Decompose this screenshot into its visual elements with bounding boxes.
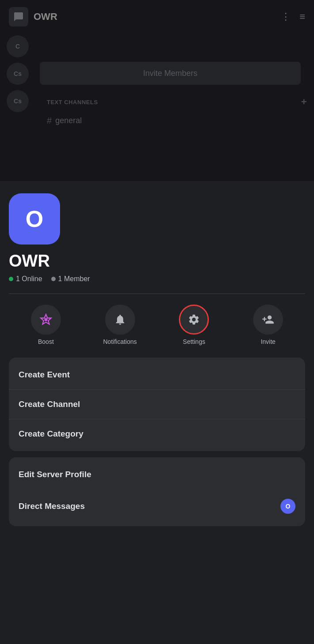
direct-messages-item[interactable]: Direct Messages O [9, 489, 305, 523]
boost-label: Boost [38, 338, 54, 345]
sidebar-item-cs2: Cs [7, 90, 29, 112]
create-event-item[interactable]: Create Event [9, 360, 305, 390]
settings-button[interactable]: Settings [157, 305, 231, 345]
online-dot [9, 277, 13, 281]
divider [9, 294, 305, 294]
sidebar-item-c: C [7, 35, 29, 57]
server-name: OWR [9, 252, 305, 271]
settings-label: Settings [183, 338, 205, 345]
bg-server-name: OWR [34, 11, 57, 23]
stats-row: 1 Online 1 Member [9, 275, 305, 283]
boost-button[interactable]: Boost [9, 305, 83, 345]
svg-point-1 [44, 318, 47, 321]
member-stat: 1 Member [51, 275, 90, 283]
invite-button[interactable]: Invite [231, 305, 305, 345]
server-icon: O [9, 193, 60, 245]
dm-avatar: O [280, 499, 295, 514]
main-sheet: O OWR 1 Online 1 Member Boost [0, 181, 314, 644]
invite-icon-wrap [253, 305, 283, 335]
menu-card-1: Create Event Create Channel Create Categ… [9, 358, 305, 451]
sidebar-item-cs1: Cs [7, 63, 29, 85]
settings-icon-wrap [179, 305, 209, 335]
bg-channels: TEXT CHANNELS + # general [40, 93, 314, 130]
edit-server-profile-item[interactable]: Edit Server Profile [9, 460, 305, 489]
more-options-icon[interactable]: ⋮ [281, 11, 291, 23]
channel-general: # general [40, 111, 314, 130]
boost-icon-wrap [31, 305, 61, 335]
hash-icon: # [47, 116, 52, 126]
notifications-label: Notifications [103, 338, 136, 345]
invite-label: Invite [261, 338, 275, 345]
actions-row: Boost Notifications Settings [9, 305, 305, 345]
invite-members-bar: Invite Members [40, 62, 301, 85]
notifications-button[interactable]: Notifications [83, 305, 157, 345]
chat-icon [9, 7, 28, 26]
member-dot [51, 277, 56, 281]
online-stat: 1 Online [9, 275, 42, 283]
hamburger-menu-icon[interactable]: ≡ [299, 11, 305, 23]
bg-header: OWR ⋮ ≡ [0, 0, 314, 34]
notifications-icon-wrap [105, 305, 135, 335]
bg-sidebar: C Cs Cs [0, 35, 35, 112]
create-category-item[interactable]: Create Category [9, 419, 305, 448]
menu-card-2: Edit Server Profile Direct Messages O [9, 457, 305, 526]
create-channel-item[interactable]: Create Channel [9, 390, 305, 419]
